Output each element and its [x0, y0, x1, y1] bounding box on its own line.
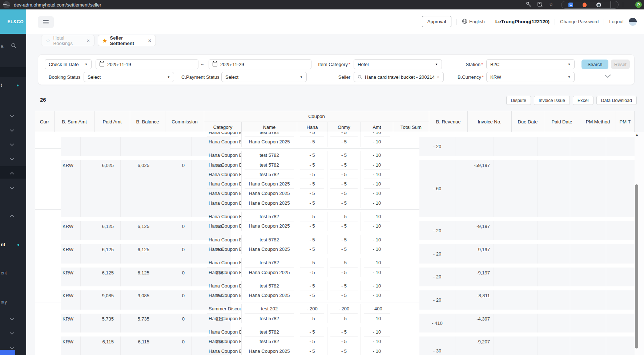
chevron-up-icon[interactable] [10, 212, 14, 219]
chevron-down-icon[interactable] [10, 112, 14, 119]
cell-paid-date [570, 314, 606, 333]
header-divider [555, 19, 555, 25]
browser-profile-avatar[interactable]: P [635, 1, 642, 8]
sidebar-menu-item-fragment[interactable]: ent [1, 270, 7, 276]
cell-coupon-ohmy: - 5 [327, 327, 361, 336]
item-category-select[interactable]: Hotel▼ [354, 59, 442, 69]
header-divider [490, 19, 490, 25]
cell-b-sum-amt: 6,125 [81, 244, 121, 264]
cell-coupon-name: test 5782 [242, 160, 297, 170]
cell-coupon-ohmy: - 5 [327, 151, 361, 160]
close-icon[interactable]: × [148, 38, 151, 44]
password-key-icon[interactable] [526, 1, 532, 9]
logout-link[interactable]: Logout [609, 19, 624, 24]
cell-coupon-ohmy: - 5 [327, 281, 361, 290]
star-outline-icon[interactable]: ☆ [46, 38, 51, 44]
data-download-button[interactable]: Data Download [596, 96, 637, 105]
sidebar-menu-item-fragment[interactable]: nt [1, 242, 5, 247]
bookmark-star-icon[interactable]: ☆ [549, 1, 554, 8]
cell-coupon-hana: - 5 [297, 281, 327, 290]
fire-extension-icon[interactable] [583, 3, 587, 7]
filter-expand-chevron-icon[interactable] [604, 73, 611, 79]
approval-button[interactable]: Approval [422, 16, 451, 27]
sidebar-menu-item-fragment[interactable]: t [1, 82, 2, 88]
chevron-down-icon[interactable] [10, 155, 14, 162]
cell-pm-method [606, 314, 635, 333]
chevron-down-icon[interactable] [10, 330, 14, 336]
booking-status-label: Booking Status [49, 74, 80, 80]
search-icon[interactable] [11, 43, 17, 50]
date-type-select[interactable]: Check In Date▼ [45, 59, 92, 69]
reset-button[interactable]: Reset [611, 60, 630, 69]
cell-due-date [538, 336, 570, 355]
cell-b-sum-amt: 6,125 [81, 268, 121, 287]
dispute-button[interactable]: Dispute [506, 96, 531, 105]
chevron-down-icon[interactable] [10, 184, 14, 191]
cell-coupon-amt: - 10 [361, 290, 393, 300]
cell-due-date [538, 268, 570, 287]
cell-coupon-category: Hana Coupon Bu [204, 212, 242, 221]
chevron-down-icon[interactable] [10, 315, 14, 322]
cell-paid-date [570, 336, 606, 355]
sidebar-search-fragment[interactable]: e. [1, 44, 4, 49]
date-from-input[interactable]: 2025-11-19 [96, 59, 198, 69]
booking-status-select[interactable]: Select▼ [84, 72, 174, 82]
table-row[interactable]: - 20Hana Coupon Butest 5782- 5- 5- 10Han… [35, 132, 635, 149]
search-button[interactable]: Search [581, 60, 608, 69]
cell-coupon-category: Hana Coupon Bu [204, 137, 242, 146]
puzzle-extensions-icon[interactable] [611, 1, 611, 8]
chevron-down-icon[interactable] [10, 141, 14, 147]
cpayment-status-select[interactable]: Select▼ [221, 72, 307, 82]
sidebar-menu-item-fragment[interactable]: ory [1, 299, 7, 305]
date-to-input[interactable]: 2025-11-29 [209, 59, 311, 69]
chevron-up-icon[interactable] [10, 170, 14, 176]
theme-toggle[interactable] [629, 18, 637, 26]
vertical-scrollbar-thumb[interactable] [635, 184, 638, 348]
cell-b-sum-amt: 6,115 [81, 336, 121, 355]
round-extension-icon[interactable] [596, 3, 601, 7]
cell-coupon-hana: - 5 [297, 268, 327, 277]
cell-curr [61, 137, 81, 156]
language-selector[interactable]: English [462, 19, 485, 25]
cell-due-date [538, 314, 570, 333]
cell-invoice-no [494, 268, 538, 287]
close-icon[interactable]: × [87, 38, 90, 44]
cell-total-sum: - 60 [419, 160, 455, 217]
invoice-issue-button[interactable]: Invoice Issue [534, 96, 570, 105]
cell-coupon-hana: - 5 [297, 189, 327, 198]
seller-search-input[interactable]: Hana card travel bucket - 200214 × [354, 72, 444, 82]
bcurrency-select[interactable]: KRW▼ [486, 72, 575, 82]
cell-coupon-name: Hana Coupon 2025 [242, 221, 297, 231]
translate-extension-icon[interactable]: G [568, 3, 573, 7]
cell-coupon-ohmy: - 5 [327, 268, 361, 277]
star-filled-icon[interactable]: ★ [102, 38, 107, 44]
site-info-icon[interactable] [3, 1, 10, 8]
excel-button[interactable]: Excel [573, 96, 593, 105]
browser-menu-icon[interactable]: ⋮ [642, 1, 644, 7]
cell-coupon-hana: - 5 [297, 258, 327, 268]
address-bar[interactable]: dev-adm.ohmyhotel.com/settlement/seller [14, 0, 101, 9]
scroll-up-arrow-icon[interactable]: ▲ [635, 133, 639, 136]
table-row[interactable]: KRW6,0256,0250236- 60-59,197PrepHana Cou… [35, 149, 635, 210]
cell-curr: KRW [61, 336, 81, 355]
tab-hotel-bookings[interactable]: ☆ Hotel Bookings × [41, 35, 94, 46]
cell-coupon-category: Hana Coupon Bu [204, 314, 242, 323]
cell-invoice-no [494, 160, 538, 217]
clear-icon[interactable]: × [437, 74, 440, 80]
cell-coupon-amt: - 10 [361, 170, 393, 179]
menu-toggle-button[interactable] [38, 16, 54, 28]
menu-badge-dot [17, 85, 19, 86]
col-header-b-balance: B. Balance [130, 111, 165, 132]
cell-coupon-ohmy: - 5 [327, 212, 361, 221]
station-select[interactable]: B2C▼ [486, 59, 575, 69]
chevron-down-icon[interactable] [10, 127, 14, 133]
cell-coupon-amt: - 10 [361, 221, 393, 231]
cell-coupon-amt: - 10 [361, 258, 393, 268]
app-logo[interactable]: EL&CO [0, 9, 26, 34]
tab-seller-settlement[interactable]: ★ Seller Settlement × [98, 35, 156, 46]
translate-page-icon[interactable] [537, 1, 543, 9]
username: LeTrungPhong(122120) [495, 19, 550, 24]
table-body: - 20Hana Coupon Butest 5782- 5- 5- 10Han… [35, 132, 635, 355]
change-password-link[interactable]: Change Password [560, 19, 599, 24]
caret-down-icon: ▼ [300, 76, 303, 79]
